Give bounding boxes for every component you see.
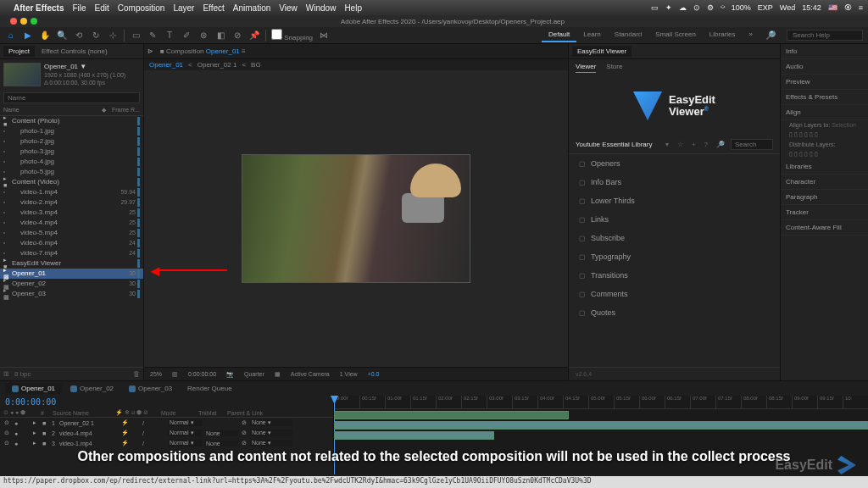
project-item[interactable]: ▫video-4.mp425	[0, 218, 143, 228]
stamp-tool[interactable]: ⊛	[198, 30, 209, 42]
project-item[interactable]: ▫video-6.mp424	[0, 238, 143, 248]
ws-tab-learn[interactable]: Learn	[576, 28, 607, 42]
selection-tool[interactable]: ▶	[22, 30, 34, 42]
clock-day[interactable]: Wed	[780, 3, 795, 12]
panel-align[interactable]: Align	[781, 105, 868, 120]
project-item[interactable]: ▫photo-1.jpg	[0, 126, 143, 136]
layer-bar[interactable]	[334, 421, 868, 430]
bpc-toggle[interactable]: 8 bpc	[14, 370, 31, 378]
menu-composition[interactable]: Composition	[118, 3, 165, 13]
flow-icon[interactable]: ⊳	[147, 47, 153, 55]
tl-tab[interactable]: Opener_01	[5, 383, 62, 394]
menu-edit[interactable]: Edit	[95, 3, 109, 13]
crumb[interactable]: Opener_02 1	[198, 61, 237, 69]
res-dropdown[interactable]: ▥	[170, 371, 181, 378]
ee-category[interactable]: ▢Openers	[569, 154, 780, 173]
menu-layer[interactable]: Layer	[173, 3, 194, 13]
ee-tab-store[interactable]: Store	[606, 63, 622, 73]
ee-category[interactable]: ▢Comments	[569, 285, 780, 303]
puppet-tool[interactable]: 📌	[248, 30, 260, 42]
menu-effect[interactable]: Effect	[203, 3, 224, 13]
camera-select[interactable]: Active Camera	[288, 371, 332, 377]
tab-project[interactable]: Project	[3, 46, 35, 57]
easyedit-tab[interactable]: EasyEdit Viewer	[572, 46, 632, 57]
ws-more-icon[interactable]: »	[743, 28, 760, 42]
hand-tool[interactable]: ✋	[39, 30, 51, 42]
comp-name[interactable]: Opener_01 ▼	[44, 63, 125, 71]
menu-help[interactable]: Help	[344, 3, 362, 13]
tl-tab-render[interactable]: Render Queue	[181, 383, 238, 394]
timecode[interactable]: 0:00:00:00	[0, 396, 333, 408]
project-search-input[interactable]	[3, 92, 140, 103]
star-icon[interactable]: ☆	[675, 141, 686, 148]
rotate-tool[interactable]: ↻	[90, 30, 102, 42]
col-name[interactable]: Name	[3, 107, 102, 114]
time-display[interactable]: 0:00:00:00	[186, 371, 219, 377]
snap-opt-icon[interactable]: ⋈	[318, 30, 330, 42]
roto-tool[interactable]: ⊘	[231, 30, 243, 42]
view-select[interactable]: 1 View	[337, 371, 360, 377]
menubar-icon[interactable]: ⚙	[707, 3, 714, 12]
ws-tab-libraries[interactable]: Libraries	[703, 28, 743, 42]
ee-category[interactable]: ▢Quotes	[569, 303, 780, 322]
plus-icon[interactable]: +	[689, 141, 698, 148]
panel-preview[interactable]: Preview	[781, 75, 868, 90]
ws-tab-small[interactable]: Small Screen	[648, 28, 703, 42]
project-item[interactable]: ▫video-3.mp425	[0, 208, 143, 218]
project-item[interactable]: ▸ ■Content (Photo)	[0, 116, 143, 126]
ee-category[interactable]: ▢Info Bars	[569, 173, 780, 191]
panel-libraries[interactable]: Libraries	[781, 159, 868, 175]
eraser-tool[interactable]: ◧	[214, 30, 226, 42]
anchor-tool[interactable]: ⊹	[107, 30, 119, 42]
crumb[interactable]: Opener_01	[149, 61, 183, 69]
menubar-icon[interactable]: ☁	[679, 3, 687, 12]
zoom-button[interactable]	[31, 18, 37, 25]
res-select[interactable]: Quarter	[242, 371, 267, 377]
crumb[interactable]: BG	[251, 61, 261, 69]
time-ruler[interactable]: 0:00f00:15f01:00f01:15f02:00f02:15f03:00…	[334, 396, 868, 409]
exposure[interactable]: +0.0	[365, 371, 382, 377]
wifi-icon[interactable]: ⌔	[721, 3, 725, 12]
trash-icon[interactable]: 🗑	[133, 370, 140, 378]
panel-character[interactable]: Character	[781, 175, 868, 190]
ee-tab-viewer[interactable]: Viewer	[576, 63, 596, 73]
align-buttons[interactable]: ▯ ▯ ▯ ▯ ▯ ▯	[781, 130, 868, 140]
project-item[interactable]: ▸ ■Content (Video)	[0, 177, 143, 187]
project-item[interactable]: ▫video-7.mp424	[0, 248, 143, 258]
rect-tool[interactable]: ▭	[130, 30, 142, 42]
pen-tool[interactable]: ✎	[147, 30, 159, 42]
panel-effects[interactable]: Effects & Presets	[781, 90, 868, 105]
snapshot-icon[interactable]: 📷	[224, 371, 236, 378]
layer-bar[interactable]	[334, 411, 569, 419]
ee-category[interactable]: ▢Typography	[569, 247, 780, 266]
menubar-icon[interactable]: ⊙	[693, 3, 700, 12]
tl-tab[interactable]: Opener_03	[122, 383, 179, 394]
tab-effect-controls[interactable]: Effect Controls (none)	[36, 46, 113, 57]
app-name[interactable]: After Effects	[14, 3, 64, 13]
project-item[interactable]: ▫photo-2.jpg	[0, 136, 143, 147]
ee-category[interactable]: ▢Subscribe	[569, 229, 780, 247]
menu-file[interactable]: File	[72, 3, 86, 13]
project-item[interactable]: ▫photo-4.jpg	[0, 157, 143, 167]
layer-bar[interactable]	[334, 431, 494, 440]
project-item[interactable]: ▸ ■EasyEdit Viewer	[0, 258, 143, 269]
text-tool[interactable]: T	[164, 30, 175, 42]
library-dropdown[interactable]: Youtube Essential Library	[576, 141, 659, 148]
close-button[interactable]	[10, 18, 17, 25]
help-icon[interactable]: ?	[702, 141, 710, 148]
clock-time[interactable]: 15:42	[802, 3, 821, 12]
timeline-layer[interactable]: ⊙●▸■1Opener_02 1⚡/Normal ▾ ⊘None ▾	[0, 418, 333, 428]
home-icon[interactable]: ⌂	[5, 30, 17, 42]
zoom-tool[interactable]: 🔍	[56, 30, 68, 42]
comp-viewport[interactable]	[144, 70, 568, 367]
project-item[interactable]: ▫video-1.mp459.94	[0, 187, 143, 197]
ws-tab-standard[interactable]: Standard	[608, 28, 648, 42]
zoom-dropdown[interactable]: 25%	[147, 371, 164, 377]
panel-caf[interactable]: Content-Aware Fill	[781, 220, 868, 236]
timeline-layer[interactable]: ⊙●▸■3video-1.mp4⚡/Normal ▾None ⊘None ▾	[0, 438, 333, 448]
project-item[interactable]: ▸ ▩Opener_0130	[0, 269, 143, 279]
ee-category[interactable]: ▢Transitions	[569, 266, 780, 285]
flag-icon[interactable]: 🇺🇸	[828, 3, 837, 12]
dist-buttons[interactable]: ▯ ▯ ▯ ▯ ▯ ▯	[781, 149, 868, 159]
ee-search-input[interactable]	[731, 139, 773, 150]
